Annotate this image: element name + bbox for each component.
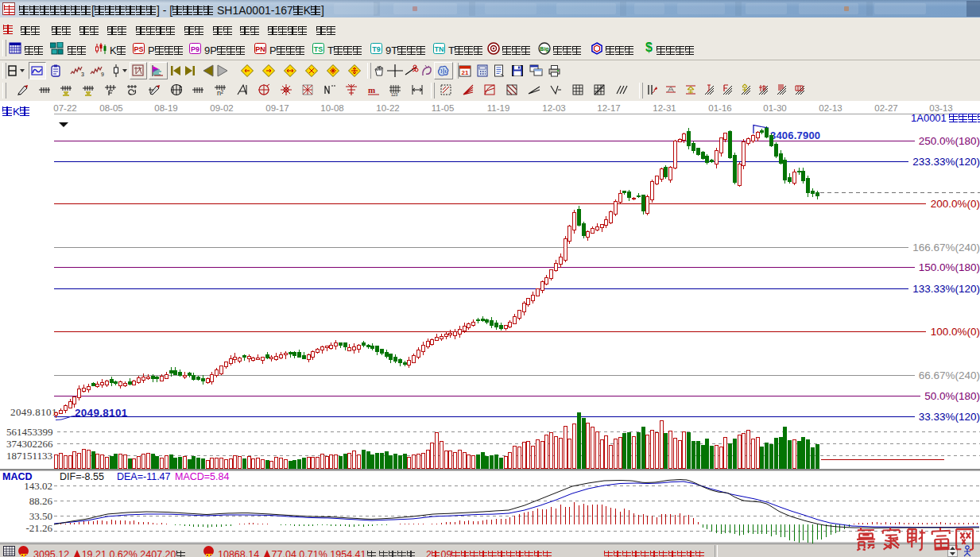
svg-text:10-22: 10-22 [376,103,399,113]
svg-text:MACD: MACD [2,471,33,482]
svg-text:10-08: 10-08 [320,103,343,113]
svg-text:150.0%(180): 150.0%(180) [919,261,980,273]
svg-text:DIF=-8.55: DIF=-8.55 [60,471,104,482]
svg-text:200.0%(0): 200.0%(0) [931,198,980,210]
svg-text:133.33%(120): 133.33%(120) [912,283,980,295]
svg-text:TS: TS [314,45,323,53]
svg-text:50.0%(180): 50.0%(180) [924,390,980,402]
svg-text:08-05: 08-05 [99,103,122,113]
svg-text:-21.26: -21.26 [25,522,52,534]
svg-text:TN: TN [435,45,444,53]
svg-text:PN: PN [255,45,265,53]
svg-text:02-13: 02-13 [819,103,842,113]
svg-text:2049.8101: 2049.8101 [10,406,57,418]
svg-text:DEA=-11.47: DEA=-11.47 [117,471,171,482]
svg-text:MACD=5.84: MACD=5.84 [175,471,229,482]
svg-text:187151133: 187151133 [6,450,52,462]
svg-text:07-22: 07-22 [53,103,76,113]
svg-text:02-27: 02-27 [874,103,897,113]
svg-text:3406.7900: 3406.7900 [770,130,820,141]
svg-text:11-05: 11-05 [432,103,455,113]
svg-text:08-19: 08-19 [154,103,177,113]
svg-text:09-02: 09-02 [210,103,233,113]
svg-text:Big: Big [540,46,548,52]
svg-text:12-03: 12-03 [542,103,565,113]
svg-text:12-17: 12-17 [597,103,620,113]
svg-text:9: 9 [101,72,104,77]
svg-text:3: 3 [81,72,84,77]
svg-text:166.67%(240): 166.67%(240) [912,242,980,253]
svg-text:33.33%(120): 33.33%(120) [919,411,980,423]
svg-text:88.26: 88.26 [29,495,53,507]
svg-text:123: 123 [391,92,398,97]
svg-text:100.0%(0): 100.0%(0) [931,326,980,338]
svg-text:09-17: 09-17 [265,103,289,113]
svg-text:33.50: 33.50 [29,510,52,522]
svg-text:01-16: 01-16 [708,103,731,113]
svg-text:01-30: 01-30 [763,103,786,113]
svg-text:233.33%(120): 233.33%(120) [912,156,980,168]
svg-text:PS: PS [134,45,143,53]
svg-text:374302266: 374302266 [6,438,53,450]
svg-text:P9: P9 [191,45,199,53]
svg-text:11-19: 11-19 [487,103,510,113]
svg-text:561453399: 561453399 [6,426,53,438]
svg-text:2049.8101: 2049.8101 [75,407,128,419]
svg-text:21: 21 [462,69,469,76]
svg-text:T9: T9 [372,45,381,53]
svg-text:12-31: 12-31 [653,103,676,113]
svg-text:66.67%(240): 66.67%(240) [919,369,980,381]
svg-text:250.0%(180): 250.0%(180) [919,135,980,147]
svg-text:m: m [368,85,375,95]
svg-text:n²: n² [217,89,223,96]
